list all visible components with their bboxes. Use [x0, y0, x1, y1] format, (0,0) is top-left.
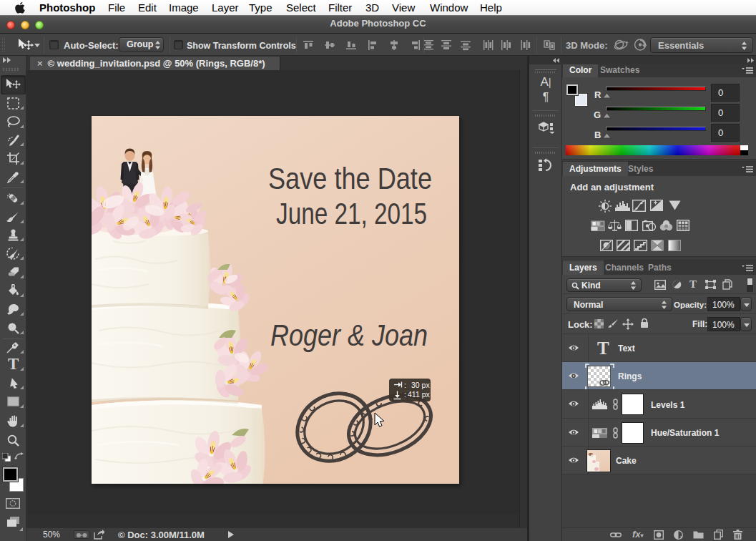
svg-text:▾: ▾ — [680, 535, 683, 540]
svg-text::: : — [404, 390, 406, 399]
svg-text:30 px: 30 px — [411, 381, 430, 389]
svg-text:Save the Date: Save the Date — [268, 162, 432, 195]
svg-text::: : — [404, 381, 406, 389]
svg-text:411 px: 411 px — [408, 390, 430, 399]
svg-text:June 21, 2015: June 21, 2015 — [276, 197, 427, 230]
svg-text:Roger & Joan: Roger & Joan — [270, 318, 428, 352]
